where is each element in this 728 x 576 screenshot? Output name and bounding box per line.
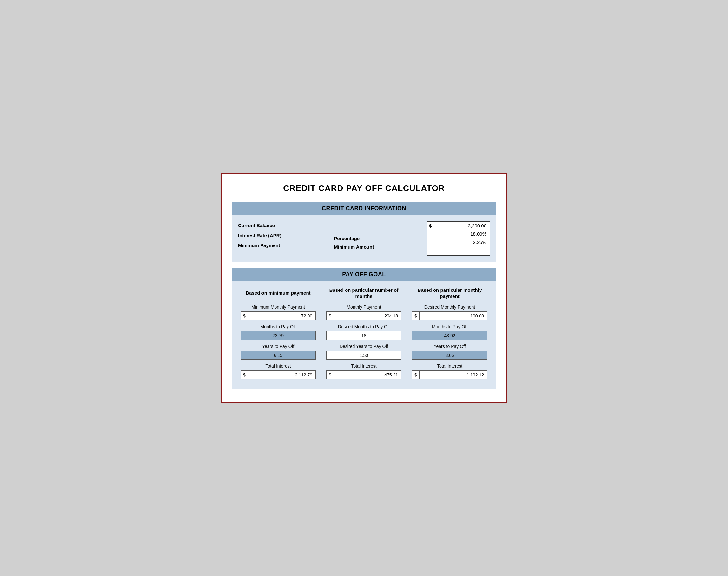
col1-years-val: 6.15 [241, 351, 316, 360]
col3-months-label: Months to Pay Off [432, 324, 468, 329]
col2-monthly-label: Monthly Payment [346, 305, 381, 310]
col2-years-val: 1.50 [326, 351, 401, 360]
credit-card-section: CREDIT CARD INFORMATION Current Balance … [232, 202, 496, 262]
main-title: CREDIT CARD PAY OFF CALCULATOR [232, 183, 496, 193]
col3-months-val: 43.92 [412, 331, 487, 340]
cc-middle-labels: Percentage Minimum Amount [334, 221, 374, 251]
col2-interest-input: $ 475.21 [326, 371, 401, 379]
balance-input-row[interactable]: $ 3,200.00 [426, 221, 490, 230]
col1-months-val: 73.79 [241, 331, 316, 340]
interest-value: 18.00% [427, 230, 490, 238]
minimum-label: Minimum Payment [238, 241, 281, 250]
interest-input-row[interactable]: 18.00% [426, 230, 490, 238]
col2-interest-currency: $ [327, 371, 334, 379]
col1-monthly-input[interactable]: $ 72.00 [241, 312, 316, 320]
minimum-amount-label: Minimum Amount [334, 243, 374, 251]
col2-monthly-input[interactable]: $ 204.18 [326, 312, 401, 320]
col1-currency: $ [241, 312, 248, 320]
col1-interest-input: $ 2,112.79 [241, 371, 316, 379]
cc-field-labels: Current Balance Interest Rate (APR) Mini… [238, 221, 281, 250]
col1-interest-val: 2,112.79 [248, 371, 315, 379]
balance-label: Current Balance [238, 221, 281, 230]
col3-interest-input: $ 1,192.12 [412, 371, 487, 379]
col2-months-val[interactable]: 18 [326, 331, 401, 340]
col1-monthly-val: 72.00 [248, 312, 315, 320]
col3-monthly-label: Desired Monthly Payment [424, 305, 475, 310]
col2-currency: $ [327, 312, 334, 320]
payoff-col-2: Based on particular number of months Mon… [321, 286, 407, 383]
col1-monthly-label: Minimum Monthly Payment [251, 305, 305, 310]
payoff-section: PAY OFF GOAL Based on minimum payment Mi… [232, 268, 496, 390]
cc-input-fields: $ 3,200.00 18.00% 2.25% [426, 221, 490, 255]
calculator-container: CREDIT CARD PAY OFF CALCULATOR CREDIT CA… [221, 173, 507, 403]
min-payment-pct-value: 2.25% [427, 238, 490, 246]
min-payment-pct-row[interactable]: 2.25% [426, 238, 490, 247]
col2-interest-val: 475.21 [334, 371, 401, 379]
col2-years-label: Desired Years to Pay Off [340, 344, 388, 349]
col3-monthly-val: 100.00 [420, 312, 487, 320]
percentage-label: Percentage [334, 234, 374, 243]
payoff-col-1: Based on minimum payment Minimum Monthly… [235, 286, 321, 383]
col1-months-label: Months to Pay Off [260, 324, 296, 329]
interest-label: Interest Rate (APR) [238, 232, 281, 240]
col3-interest-val: 1,192.12 [420, 371, 487, 379]
col2-header: Based on particular number of months [326, 286, 401, 300]
col3-monthly-input[interactable]: $ 100.00 [412, 312, 487, 320]
min-amount-row[interactable] [426, 246, 490, 256]
col3-interest-label: Total Interest [437, 364, 463, 369]
col1-interest-label: Total Interest [265, 364, 291, 369]
min-amount-value [427, 247, 490, 255]
col3-header: Based on particular monthly payment [412, 286, 487, 300]
balance-value: 3,200.00 [435, 222, 490, 230]
col3-interest-currency: $ [412, 371, 420, 379]
col3-currency: $ [412, 312, 420, 320]
payoff-col-3: Based on particular monthly payment Desi… [407, 286, 493, 383]
col1-interest-currency: $ [241, 371, 248, 379]
col3-years-label: Years to Pay Off [433, 344, 466, 349]
col3-years-val: 3.66 [412, 351, 487, 360]
payoff-body: Based on minimum payment Minimum Monthly… [232, 281, 496, 390]
col2-months-label: Desired Months to Pay Off [338, 324, 390, 329]
col2-monthly-val: 204.18 [334, 312, 401, 320]
balance-currency: $ [427, 222, 435, 230]
col1-header: Based on minimum payment [246, 286, 310, 300]
col2-interest-label: Total Interest [351, 364, 376, 369]
col1-years-label: Years to Pay Off [262, 344, 294, 349]
payoff-header: PAY OFF GOAL [232, 268, 496, 281]
cc-info-body: Current Balance Interest Rate (APR) Mini… [232, 215, 496, 262]
cc-info-header: CREDIT CARD INFORMATION [232, 202, 496, 215]
